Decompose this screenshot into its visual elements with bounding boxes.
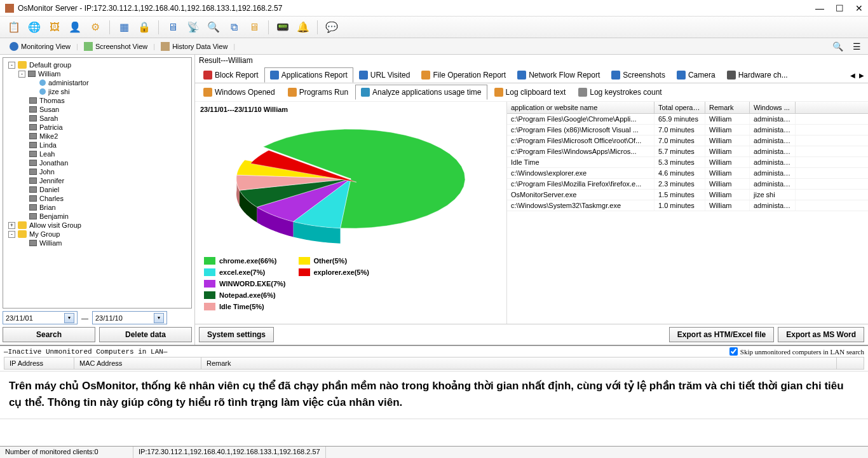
table-header[interactable]: Remark (705, 102, 750, 113)
maximize-button[interactable]: ☐ (836, 3, 844, 13)
tree-node[interactable]: Linda (4, 141, 190, 149)
gear-icon[interactable]: ⚙ (88, 20, 103, 35)
tree-node[interactable]: Charles (4, 194, 190, 203)
tree-node[interactable]: Sarah (4, 114, 190, 123)
tree-node[interactable]: Leah (4, 149, 190, 158)
tab-next-icon[interactable]: ▶ (858, 72, 865, 79)
table-row[interactable]: c:\Program Files\Google\Chrome\Appli...6… (507, 114, 868, 125)
search-icon[interactable]: 🔍 (830, 39, 845, 54)
chevron-down-icon[interactable]: ▾ (154, 313, 164, 323)
table-row[interactable]: c:\Windows\explorer.exe4.6 minutesWillia… (507, 168, 868, 179)
table-row[interactable]: Idle Time5.3 minutesWilliamadministar... (507, 157, 868, 168)
sub-tab[interactable]: Log keystrokes count (573, 85, 667, 100)
grid-icon[interactable]: ▦ (116, 20, 132, 35)
date-from-input[interactable]: 23/11/01▾ (3, 311, 78, 324)
table-row[interactable]: c:\Program Files\Microsoft Office\root\O… (507, 135, 868, 146)
sub-tab[interactable]: Log clipboard text (489, 85, 572, 100)
skip-lan-checkbox[interactable]: Skip unmonitored computers in LAN search (729, 347, 864, 356)
window-icon[interactable]: 🖼 (47, 20, 62, 35)
lan-header[interactable]: IP Address (4, 357, 74, 369)
table-header[interactable]: Total operati... (654, 102, 705, 113)
table-row[interactable]: c:\Program Files\Mozilla Firefox\firefox… (507, 179, 868, 190)
status-ip: IP:172.30.112.1,192.168.40.1,192.168.133… (133, 447, 326, 458)
tab-prev-icon[interactable]: ◀ (849, 72, 857, 79)
lan-header[interactable]: Remark (201, 357, 837, 369)
chevron-down-icon[interactable]: ▾ (64, 313, 74, 323)
tree-node[interactable]: -William (4, 69, 190, 78)
ico-group-icon (18, 230, 27, 238)
tree-node[interactable]: -My Group (4, 230, 190, 239)
export-htm-button[interactable]: Export as HTM/Excel file (669, 327, 774, 342)
tree-node[interactable]: William (4, 239, 190, 247)
cast-icon[interactable]: 📡 (186, 20, 201, 35)
tab-screenshot-view[interactable]: Screenshot View (78, 39, 153, 53)
tree-node[interactable]: Benjamin (4, 212, 190, 221)
report-tab[interactable]: Camera (671, 67, 721, 83)
expand-icon[interactable]: - (8, 231, 15, 238)
table-row[interactable]: c:\Windows\System32\Taskmgr.exe1.0 minut… (507, 200, 868, 211)
minimize-button[interactable]: — (815, 3, 824, 13)
lan-header[interactable]: MAC Address (74, 357, 201, 369)
ico-pc-icon (29, 106, 37, 113)
search-button[interactable]: Search (3, 327, 95, 342)
legend-item: Other(5%) (299, 257, 369, 265)
tree-node[interactable]: administartor (4, 78, 190, 87)
alert-icon[interactable]: 🔔 (295, 20, 311, 35)
usage-table[interactable]: application or website nameTotal operati… (506, 102, 868, 324)
tree-node[interactable]: Jonathan (4, 158, 190, 167)
tree-node[interactable]: Mike2 (4, 132, 190, 141)
tree-node[interactable]: -Default group (4, 60, 190, 69)
export-word-button[interactable]: Export as MS Word (778, 327, 864, 342)
tree-node[interactable]: Brian (4, 203, 190, 212)
expand-icon[interactable]: - (18, 71, 25, 78)
tree-node[interactable]: John (4, 167, 190, 176)
report-tab[interactable]: Block Report (198, 67, 264, 83)
group-tree[interactable]: -Default group-Williamadministartorjize … (3, 57, 192, 309)
expand-icon[interactable]: + (8, 222, 15, 229)
table-header[interactable]: Windows ... (750, 102, 796, 113)
user-search-icon[interactable]: 👤 (67, 20, 83, 35)
tree-node[interactable]: Thomas (4, 96, 190, 105)
status-clients: Number of monitored clients:0 (0, 447, 133, 458)
ico-pc-icon (29, 177, 37, 184)
report-tab[interactable]: Applications Report (264, 67, 353, 83)
sub-tab[interactable]: Analyze applications usage time (355, 85, 487, 100)
windows-icon[interactable]: ⧉ (226, 20, 241, 35)
report-tab[interactable]: Hardware ch... (721, 67, 794, 83)
date-to-input[interactable]: 23/11/10▾ (92, 311, 167, 324)
tree-node[interactable]: +Allow visit Group (4, 221, 190, 230)
table-row[interactable]: OsMonitorServer.exe1.5 minutesWilliamjiz… (507, 190, 868, 200)
table-row[interactable]: c:\Program Files (x86)\Microsoft Visual … (507, 125, 868, 135)
device-icon[interactable]: 📟 (275, 20, 290, 35)
chat-icon[interactable]: 💬 (324, 20, 339, 35)
tab-history-data-view[interactable]: History Data View (155, 39, 233, 53)
globe-icon[interactable]: 🌐 (27, 20, 42, 35)
table-row[interactable]: c:\Program Files\WindowsApps\Micros...5.… (507, 146, 868, 157)
display-icon[interactable]: 🖥 (247, 20, 262, 35)
expand-icon[interactable]: - (8, 62, 15, 69)
monitors-icon[interactable]: 🖥 (165, 20, 180, 35)
clipboard-icon[interactable]: 📋 (6, 20, 22, 35)
table-header[interactable]: application or website name (507, 102, 654, 113)
system-settings-button[interactable]: System settings (199, 327, 274, 342)
report-tab[interactable]: URL Visited (353, 67, 416, 83)
list-icon[interactable]: ☰ (849, 39, 864, 54)
close-button[interactable]: ✕ (855, 3, 863, 13)
tree-node[interactable]: Susan (4, 105, 190, 114)
sub-tab[interactable]: Windows Opened (198, 85, 281, 100)
lock-icon[interactable]: 🔒 (137, 20, 152, 35)
report-tab[interactable]: Network Flow Report (512, 67, 606, 83)
delete-data-button[interactable]: Delete data (99, 327, 192, 342)
sub-tab[interactable]: Programs Run (282, 85, 354, 100)
inspect-icon[interactable]: 🔍 (206, 20, 221, 35)
pie-chart (205, 118, 497, 252)
tab-icon (421, 71, 430, 80)
tree-node[interactable]: Patricia (4, 123, 190, 132)
report-tab[interactable]: Screenshots (606, 67, 671, 83)
main-toolbar: 📋 🌐 🖼 👤 ⚙ ▦ 🔒 🖥 📡 🔍 ⧉ 🖥 📟 🔔 💬 (0, 17, 868, 38)
tree-node[interactable]: Jennifer (4, 176, 190, 185)
tree-node[interactable]: Daniel (4, 185, 190, 194)
tree-node[interactable]: jize shi (4, 87, 190, 96)
report-tab[interactable]: File Operation Report (416, 67, 512, 83)
tab-monitoring-view[interactable]: Monitoring View (4, 39, 76, 53)
